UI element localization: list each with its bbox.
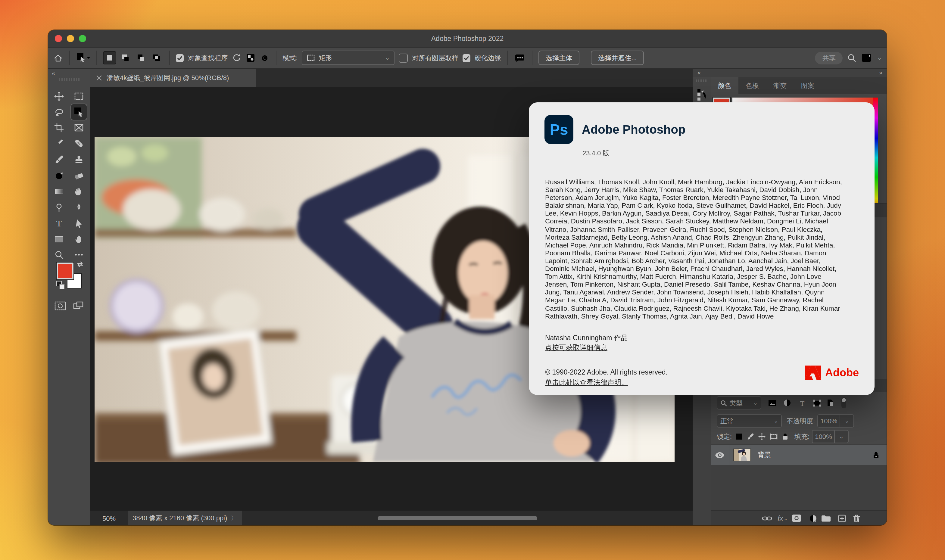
- quick-mask-icon[interactable]: [54, 300, 66, 312]
- minimize-window-button[interactable]: [67, 35, 74, 42]
- chevron-down-icon: ⌄: [385, 55, 390, 61]
- eyedropper-tool-icon[interactable]: [53, 137, 65, 149]
- object-selection-tool-icon[interactable]: [71, 104, 87, 120]
- tab-swatches[interactable]: 色板: [739, 77, 766, 94]
- gradient-tool-icon[interactable]: [53, 185, 65, 197]
- filter-adjustment-layers-icon[interactable]: [783, 398, 791, 407]
- type-tool-icon[interactable]: T: [53, 217, 65, 229]
- close-tab-icon[interactable]: [96, 75, 102, 80]
- zoom-window-button[interactable]: [79, 35, 86, 42]
- selection-mode-buttons: [103, 51, 163, 65]
- sample-all-layers-checkbox[interactable]: [399, 53, 408, 62]
- pen-tool-icon[interactable]: [73, 202, 85, 214]
- horizontal-scrollbar[interactable]: [378, 516, 537, 520]
- new-selection-button[interactable]: [103, 51, 116, 65]
- healing-brush-tool-icon[interactable]: [73, 137, 85, 149]
- intersect-selection-button[interactable]: [150, 51, 163, 65]
- select-and-mask-button[interactable]: 选择并遮住...: [591, 51, 644, 65]
- zoom-level[interactable]: 50%: [102, 515, 115, 522]
- more-tools-icon[interactable]: [73, 249, 85, 261]
- tab-patterns[interactable]: 图案: [794, 77, 822, 94]
- opacity-label: 不透明度:: [786, 416, 815, 425]
- lock-label: 锁定:: [717, 432, 732, 441]
- refresh-icon[interactable]: [232, 53, 242, 63]
- foreground-color-swatch[interactable]: [57, 263, 74, 279]
- lock-artboard-icon[interactable]: [770, 433, 777, 440]
- chevron-down-icon: ⌄: [842, 418, 851, 424]
- filter-type-layers-icon[interactable]: T: [799, 399, 806, 407]
- mode-dropdown[interactable]: 矩形 ⌄: [302, 51, 394, 65]
- hand-tool-icon[interactable]: [73, 233, 85, 245]
- lock-all-icon[interactable]: [782, 433, 788, 440]
- chevron-down-icon: ⌄: [877, 55, 882, 61]
- new-group-icon[interactable]: [821, 514, 831, 522]
- panel-grip[interactable]: [696, 80, 708, 82]
- document-tab[interactable]: 潘敏4k壁纸_彼岸图网.jpg @ 50%(RGB/8): [90, 69, 256, 87]
- object-finder-checkbox[interactable]: [176, 54, 184, 62]
- crop-tool-icon[interactable]: [53, 122, 65, 134]
- layer-row-background[interactable]: 背景: [711, 445, 887, 465]
- add-to-selection-button[interactable]: [119, 51, 132, 65]
- layer-visibility-toggle[interactable]: [711, 445, 730, 465]
- move-tool-icon[interactable]: [53, 90, 65, 102]
- rectangle-tool-icon[interactable]: [53, 233, 65, 245]
- lock-transparency-icon[interactable]: [736, 433, 743, 440]
- search-icon[interactable]: [847, 53, 857, 63]
- screen-mode-icon[interactable]: [72, 300, 84, 312]
- filter-pixel-layers-icon[interactable]: [768, 399, 777, 407]
- document-size-info[interactable]: 3840 像素 x 2160 像素 (300 ppi) 〉: [128, 511, 242, 525]
- filter-shape-layers-icon[interactable]: [813, 399, 822, 407]
- lasso-tool-icon[interactable]: [53, 106, 65, 118]
- blend-mode-dropdown[interactable]: 正常 ⌄: [717, 414, 782, 428]
- layer-style-icon[interactable]: fx⌄: [777, 514, 788, 522]
- select-subject-button[interactable]: 选择主体: [539, 51, 579, 65]
- expand-dock-icon[interactable]: «: [697, 69, 700, 76]
- lock-pixels-icon[interactable]: [747, 433, 754, 440]
- dodge-tool-icon[interactable]: [53, 202, 65, 214]
- close-window-button[interactable]: [55, 35, 62, 42]
- delete-layer-icon[interactable]: [853, 514, 861, 522]
- gear-icon[interactable]: [260, 53, 270, 63]
- home-icon[interactable]: [53, 53, 63, 63]
- brush-tool-icon[interactable]: [53, 154, 65, 166]
- smudge-tool-icon[interactable]: [73, 185, 85, 197]
- path-selection-tool-icon[interactable]: [73, 217, 85, 229]
- lock-position-icon[interactable]: [758, 433, 765, 440]
- share-button[interactable]: 共享: [815, 51, 843, 64]
- eye-icon: [715, 452, 725, 458]
- marquee-tool-icon[interactable]: [73, 90, 85, 102]
- tab-color[interactable]: 颜色: [711, 77, 739, 94]
- history-panel-icon[interactable]: [693, 88, 711, 101]
- collapse-dock-icon[interactable]: »: [879, 69, 882, 76]
- collapse-tools-icon[interactable]: «: [52, 70, 54, 77]
- zoom-tool-icon[interactable]: [53, 249, 65, 261]
- link-layers-icon[interactable]: [762, 515, 772, 521]
- add-mask-icon[interactable]: [792, 514, 801, 522]
- filter-toggle[interactable]: [840, 397, 847, 409]
- new-layer-icon[interactable]: [838, 514, 846, 522]
- fill-value[interactable]: 100% ⌄: [812, 430, 848, 443]
- feedback-icon[interactable]: [514, 53, 526, 63]
- tools-grip[interactable]: [59, 78, 80, 81]
- layer-filter-dropdown[interactable]: 类型 ⌄: [717, 396, 761, 409]
- filter-smart-objects-icon[interactable]: [826, 398, 834, 407]
- tab-gradients[interactable]: 渐变: [766, 77, 794, 94]
- subtract-from-selection-button[interactable]: [134, 51, 148, 65]
- artwork-details-link[interactable]: 点按可获取详细信息: [545, 343, 607, 352]
- layer-thumbnail[interactable]: [734, 449, 751, 461]
- divider: [169, 51, 170, 65]
- swap-colors-icon[interactable]: [76, 260, 84, 269]
- adjustment-layer-icon[interactable]: [809, 514, 817, 522]
- object-selection-tool-preset-icon[interactable]: [76, 52, 90, 63]
- adobe-wordmark: Adobe: [825, 366, 859, 379]
- workspace-icon[interactable]: [861, 53, 873, 63]
- legal-notice-link[interactable]: 单击此处以查看法律声明。: [545, 378, 628, 387]
- clone-stamp-tool-icon[interactable]: [73, 154, 85, 166]
- harden-edges-checkbox[interactable]: [463, 54, 470, 62]
- eraser-tool-icon[interactable]: [73, 170, 85, 182]
- show-all-objects-icon[interactable]: [246, 53, 255, 63]
- history-brush-tool-icon[interactable]: [53, 170, 65, 182]
- opacity-value[interactable]: 100% ⌄: [817, 414, 854, 428]
- frame-tool-icon[interactable]: [73, 122, 85, 134]
- default-colors-icon[interactable]: [56, 281, 65, 292]
